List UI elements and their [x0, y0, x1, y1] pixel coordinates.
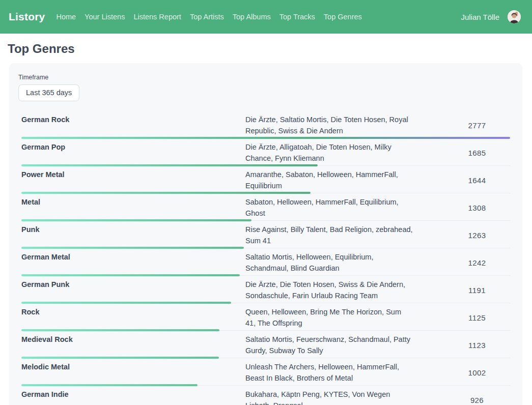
- genre-count: 1191: [468, 286, 486, 295]
- genre-count: 1644: [468, 176, 486, 185]
- navbar: Listory HomeYour ListensListens ReportTo…: [0, 0, 532, 34]
- nav-item-top-albums[interactable]: Top Albums: [233, 13, 271, 21]
- timeframe-label: Timeframe: [18, 74, 510, 81]
- nav-item-top-genres[interactable]: Top Genres: [324, 13, 362, 21]
- genre-count: 1685: [468, 149, 486, 157]
- app-logo[interactable]: Listory: [9, 11, 45, 23]
- genre-artists: Amaranthe, Sabaton, Helloween, HammerFal…: [245, 169, 413, 191]
- nav-item-top-artists[interactable]: Top Artists: [190, 13, 224, 21]
- genre-count: 1125: [468, 313, 486, 322]
- genre-name: Medieval Rock: [21, 334, 245, 345]
- genre-artists: Unleash The Archers, Helloween, HammerFa…: [245, 362, 413, 384]
- genre-row-rock: Rock Queen, Helloween, Bring Me The Hori…: [21, 303, 510, 331]
- nav-item-listens-report[interactable]: Listens Report: [133, 13, 181, 21]
- genre-row-punk: Punk Rise Against, Billy Talent, Bad Rel…: [21, 221, 510, 248]
- genre-name: German Rock: [21, 114, 245, 126]
- genre-name: German Metal: [21, 252, 245, 263]
- genre-name: Rock: [21, 307, 245, 318]
- main-nav: HomeYour ListensListens ReportTop Artist…: [56, 13, 361, 21]
- genre-row-german-indie: German Indie Bukahara, Käptn Peng, KYTES…: [21, 386, 510, 405]
- genre-name: Punk: [21, 224, 245, 236]
- genre-table: German Rock Die Ärzte, Saltatio Mortis, …: [21, 111, 510, 405]
- genre-artists: Saltatio Mortis, Feuerschwanz, Schandmau…: [245, 334, 413, 356]
- timeframe-select[interactable]: Last 365 days: [18, 84, 79, 101]
- genre-count: 1002: [468, 368, 486, 377]
- genre-artists: Saltatio Mortis, Helloween, Equilibrium,…: [245, 252, 413, 274]
- genre-artists: Rise Against, Billy Talent, Bad Religion…: [245, 224, 413, 246]
- genre-name: Metal: [21, 197, 245, 208]
- genre-row-german-rock: German Rock Die Ärzte, Saltatio Mortis, …: [21, 111, 510, 138]
- genre-name: German Pop: [21, 142, 245, 153]
- genre-row-german-punk: German Punk Die Ärzte, Die Toten Hosen, …: [21, 276, 510, 303]
- genre-row-power-metal: Power Metal Amaranthe, Sabaton, Hellowee…: [21, 166, 510, 193]
- user-name-link[interactable]: Julian Tölle: [461, 13, 499, 21]
- genre-row-melodic-metal: Melodic Metal Unleash The Archers, Hello…: [21, 358, 510, 386]
- genre-name: German Punk: [21, 279, 245, 291]
- genre-name: Melodic Metal: [21, 362, 245, 373]
- genre-name: Power Metal: [21, 169, 245, 181]
- genre-count: 2777: [468, 121, 486, 130]
- genre-count: 1308: [468, 204, 486, 212]
- genre-artists: Bukahara, Käptn Peng, KYTES, Von Wegen L…: [245, 389, 413, 405]
- genre-row-german-metal: German Metal Saltatio Mortis, Helloween,…: [21, 248, 510, 276]
- genre-count: 1123: [468, 341, 486, 350]
- genre-artists: Die Ärzte, Saltatio Mortis, Die Toten Ho…: [245, 114, 413, 136]
- genre-count: 1242: [468, 258, 486, 267]
- genre-row-metal: Metal Sabaton, Helloween, HammerFall, Eq…: [21, 193, 510, 221]
- page-title: Top Genres: [8, 42, 532, 56]
- genre-artists: Queen, Helloween, Bring Me The Horizon, …: [245, 307, 413, 329]
- genre-name: German Indie: [21, 389, 245, 400]
- genre-artists: Sabaton, Helloween, HammerFall, Equilibr…: [245, 197, 413, 219]
- user-avatar[interactable]: [508, 10, 521, 23]
- genre-row-german-pop: German Pop Die Ärzte, Alligatoah, Die To…: [21, 138, 510, 166]
- genre-artists: Die Ärzte, Die Toten Hosen, Swiss & Die …: [245, 279, 413, 301]
- top-genres-card: Timeframe Last 365 days German Rock Die …: [9, 63, 522, 405]
- genre-artists: Die Ärzte, Alligatoah, Die Toten Hosen, …: [245, 142, 413, 164]
- genre-count: 926: [470, 396, 484, 404]
- genre-count: 1263: [468, 231, 486, 240]
- nav-item-your-listens[interactable]: Your Listens: [85, 13, 125, 21]
- nav-item-home[interactable]: Home: [56, 13, 76, 21]
- nav-user-area: Julian Tölle: [461, 10, 521, 23]
- nav-item-top-tracks[interactable]: Top Tracks: [279, 13, 315, 21]
- genre-row-medieval-rock: Medieval Rock Saltatio Mortis, Feuerschw…: [21, 331, 510, 358]
- user-photo-icon: [508, 10, 521, 23]
